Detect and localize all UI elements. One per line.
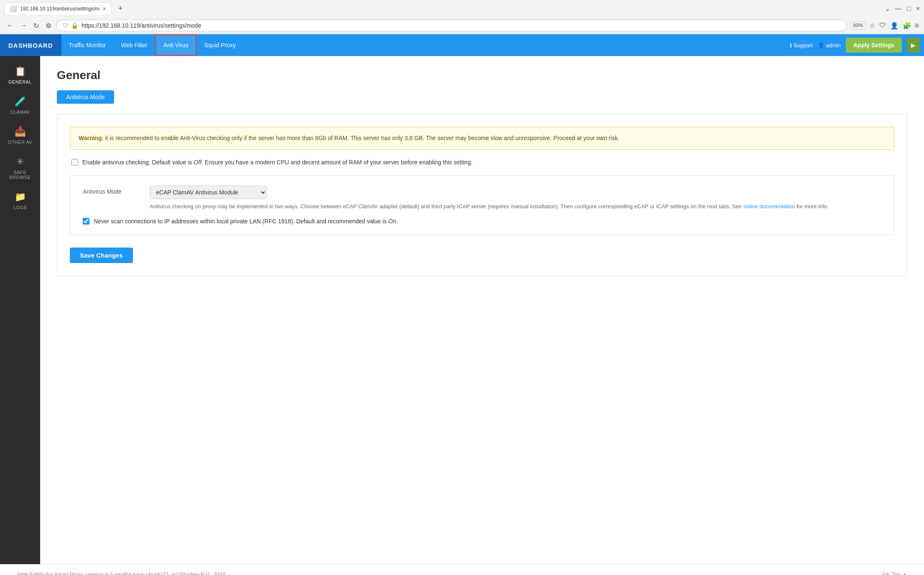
never-scan-italic: On bbox=[388, 218, 396, 225]
never-scan-text: Never scan connections to IP addresses w… bbox=[94, 218, 388, 225]
tab-close-button[interactable]: × bbox=[102, 5, 106, 12]
shield-icon: 🛡 bbox=[63, 22, 69, 29]
sidebar-item-other-av[interactable]: 📥 OTHER AV bbox=[0, 120, 40, 151]
on-top-arrow: ▲ bbox=[902, 571, 907, 575]
other-av-icon: 📥 bbox=[15, 126, 26, 137]
close-button[interactable]: × bbox=[916, 5, 920, 13]
account-icon[interactable]: 👤 bbox=[890, 22, 898, 30]
maximize-button[interactable]: □ bbox=[907, 5, 911, 13]
screenshot-button[interactable]: ⚙ bbox=[44, 20, 53, 31]
sidebar-item-clamav[interactable]: 🧪 CLAMAV bbox=[0, 90, 40, 120]
dashboard-logo: DASHBOARD bbox=[0, 34, 61, 56]
support-button[interactable]: ℹ Support bbox=[790, 42, 813, 49]
apply-settings-arrow-button[interactable]: ▶ bbox=[907, 38, 920, 53]
antivirus-mode-select[interactable]: eCAP ClamAV Antivirus Module ICAP Anti-V… bbox=[150, 186, 267, 199]
address-bar[interactable]: 🛡 🔒 bbox=[56, 20, 847, 31]
toolbar-icons: ☆ 🛡 👤 🧩 bbox=[869, 22, 911, 30]
on-top-text: On Top bbox=[883, 571, 900, 575]
admin-icon: 👤 bbox=[818, 42, 824, 49]
warning-box: Warning: it is recommended to enable Ant… bbox=[70, 127, 894, 150]
online-documentation-link[interactable]: online documentation bbox=[743, 203, 795, 210]
antivirus-mode-description: Antivirus checking on proxy may be imple… bbox=[150, 202, 881, 211]
general-icon: 📋 bbox=[15, 66, 26, 77]
enable-antivirus-label: Enable antivirus checking. Default value… bbox=[82, 158, 472, 167]
footer-copyright: Web Safety for Squid Proxy, version 9.2-… bbox=[17, 571, 227, 575]
nav-anti-virus[interactable]: Anti Virus bbox=[155, 34, 197, 56]
zoom-level[interactable]: 80% bbox=[850, 21, 866, 30]
save-changes-button[interactable]: Save Changes bbox=[70, 248, 133, 263]
warning-text: : it is recommended to enable Anti-Virus… bbox=[102, 135, 619, 141]
nav-web-filter[interactable]: Web Filter bbox=[113, 34, 155, 56]
clamav-icon: 🧪 bbox=[15, 96, 26, 107]
admin-button[interactable]: 👤 admin bbox=[818, 42, 841, 49]
never-scan-period: . bbox=[396, 218, 398, 225]
tab-bar: Antivirus Mode bbox=[57, 90, 907, 104]
app-header: DASHBOARD Traffic Monitor Web Filter Ant… bbox=[0, 34, 924, 56]
apply-settings-button[interactable]: Apply Settings bbox=[846, 38, 902, 53]
desc-text-1: Antivirus checking on proxy may be imple… bbox=[150, 203, 743, 210]
never-scan-label: Never scan connections to IP addresses w… bbox=[94, 218, 398, 225]
settings-box: Antivirus Mode eCAP ClamAV Antivirus Mod… bbox=[70, 175, 894, 235]
on-top-link[interactable]: On Top ▲ bbox=[883, 571, 907, 575]
warning-label: Warning bbox=[79, 135, 102, 141]
browser-tab[interactable]: ⬜ 192.168.10.119/antivirus/settings/m × bbox=[4, 3, 112, 15]
enable-checkbox-row: Enable antivirus checking. Default value… bbox=[70, 158, 894, 167]
content-area: General Antivirus Mode Warning: it is re… bbox=[40, 56, 924, 564]
minimize-button[interactable]: — bbox=[895, 5, 902, 13]
bookmark-icon[interactable]: ☆ bbox=[869, 22, 875, 30]
url-input[interactable] bbox=[82, 22, 840, 29]
antivirus-mode-tab[interactable]: Antivirus Mode bbox=[57, 90, 114, 104]
sidebar-logs-label: LOGS bbox=[13, 205, 27, 210]
page-footer: Web Safety for Squid Proxy, version 9.2-… bbox=[0, 564, 924, 575]
admin-label: admin bbox=[826, 42, 841, 49]
reload-button[interactable]: ↻ bbox=[32, 20, 41, 31]
page-title: General bbox=[57, 69, 907, 82]
nav-squid-proxy[interactable]: Squid Proxy bbox=[197, 34, 243, 56]
sidebar-general-label: GENERAL bbox=[8, 79, 32, 84]
window-controls: ⌄ — □ × bbox=[885, 5, 920, 13]
enable-antivirus-checkbox[interactable] bbox=[71, 159, 78, 166]
browser-chrome: ⬜ 192.168.10.119/antivirus/settings/m × … bbox=[0, 0, 924, 34]
new-tab-button[interactable]: + bbox=[115, 3, 126, 15]
never-scan-row: Never scan connections to IP addresses w… bbox=[83, 218, 881, 225]
header-right: ℹ Support 👤 admin Apply Settings ▶ bbox=[790, 38, 924, 53]
tab-page-icon: ⬜ bbox=[10, 5, 17, 12]
main-layout: 📋 GENERAL 🧪 CLAMAV 📥 OTHER AV ✳ SAFE BRO… bbox=[0, 56, 924, 564]
sidebar-clamav-label: CLAMAV bbox=[10, 110, 30, 115]
nav-traffic-monitor[interactable]: Traffic Monitor bbox=[61, 34, 114, 56]
desc-text-2: for more info. bbox=[795, 203, 829, 210]
security-icons: 🛡 🔒 bbox=[63, 22, 78, 29]
antivirus-mode-label: Antivirus Mode bbox=[83, 186, 141, 195]
never-scan-checkbox[interactable] bbox=[83, 218, 89, 225]
dropdown-icon[interactable]: ⌄ bbox=[885, 5, 890, 13]
forward-button[interactable]: → bbox=[18, 20, 28, 31]
sidebar-item-logs[interactable]: 📁 LOGS bbox=[0, 186, 40, 216]
antivirus-mode-control: eCAP ClamAV Antivirus Module ICAP Anti-V… bbox=[150, 186, 881, 211]
main-nav: Traffic Monitor Web Filter Anti Virus Sq… bbox=[61, 34, 243, 56]
back-button[interactable]: ← bbox=[5, 20, 15, 31]
sidebar-safe-browse-label: SAFE BROWSE bbox=[4, 170, 36, 180]
lock-icon: 🔒 bbox=[71, 22, 78, 29]
support-icon: ℹ bbox=[790, 42, 792, 49]
browser-menu-button[interactable]: ≡ bbox=[914, 21, 919, 30]
browser-address-bar: ← → ↻ ⚙ 🛡 🔒 80% ☆ 🛡 👤 🧩 ≡ bbox=[0, 17, 924, 34]
sidebar-item-safe-browse[interactable]: ✳ SAFE BROWSE bbox=[0, 151, 40, 186]
sidebar-other-av-label: OTHER AV bbox=[8, 140, 33, 145]
profile-icon[interactable]: 🛡 bbox=[879, 22, 886, 29]
tab-title: 192.168.10.119/antivirus/settings/m bbox=[20, 6, 99, 12]
support-label: Support bbox=[794, 42, 813, 49]
logs-icon: 📁 bbox=[15, 192, 26, 202]
sidebar: 📋 GENERAL 🧪 CLAMAV 📥 OTHER AV ✳ SAFE BRO… bbox=[0, 56, 40, 564]
extension-icon[interactable]: 🧩 bbox=[903, 22, 911, 30]
antivirus-mode-row: Antivirus Mode eCAP ClamAV Antivirus Mod… bbox=[83, 186, 881, 211]
safe-browse-icon: ✳ bbox=[16, 156, 24, 167]
sidebar-item-general[interactable]: 📋 GENERAL bbox=[0, 60, 40, 90]
browser-title-bar: ⬜ 192.168.10.119/antivirus/settings/m × … bbox=[0, 0, 924, 17]
